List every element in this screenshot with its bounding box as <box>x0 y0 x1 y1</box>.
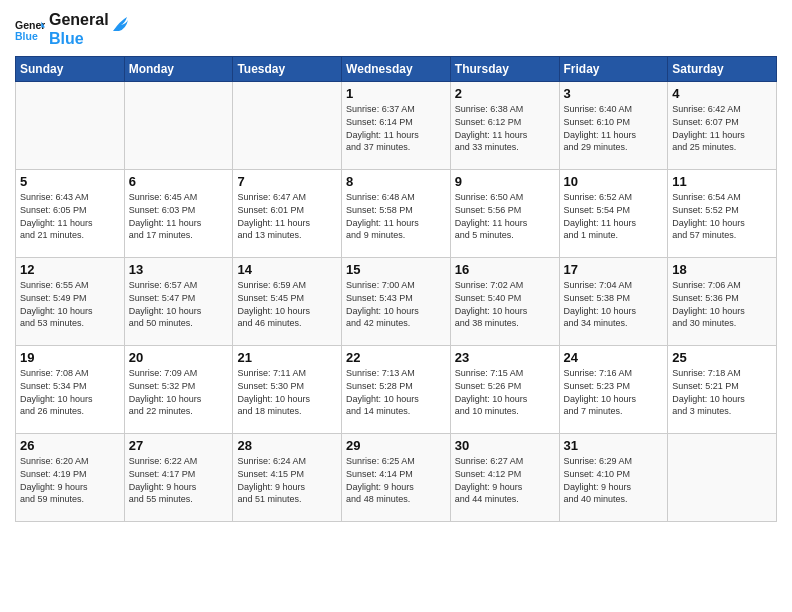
calendar-cell <box>16 82 125 170</box>
day-number: 9 <box>455 174 555 189</box>
day-number: 22 <box>346 350 446 365</box>
week-row-2: 5Sunrise: 6:43 AM Sunset: 6:05 PM Daylig… <box>16 170 777 258</box>
day-info: Sunrise: 6:43 AM Sunset: 6:05 PM Dayligh… <box>20 191 120 241</box>
logo-blue: Blue <box>49 29 109 48</box>
calendar-cell: 14Sunrise: 6:59 AM Sunset: 5:45 PM Dayli… <box>233 258 342 346</box>
week-row-3: 12Sunrise: 6:55 AM Sunset: 5:49 PM Dayli… <box>16 258 777 346</box>
day-info: Sunrise: 6:47 AM Sunset: 6:01 PM Dayligh… <box>237 191 337 241</box>
calendar-cell: 24Sunrise: 7:16 AM Sunset: 5:23 PM Dayli… <box>559 346 668 434</box>
svg-text:Blue: Blue <box>15 30 38 42</box>
day-number: 11 <box>672 174 772 189</box>
day-info: Sunrise: 6:54 AM Sunset: 5:52 PM Dayligh… <box>672 191 772 241</box>
day-number: 30 <box>455 438 555 453</box>
day-number: 23 <box>455 350 555 365</box>
day-info: Sunrise: 6:24 AM Sunset: 4:15 PM Dayligh… <box>237 455 337 505</box>
day-info: Sunrise: 6:22 AM Sunset: 4:17 PM Dayligh… <box>129 455 229 505</box>
calendar-cell: 20Sunrise: 7:09 AM Sunset: 5:32 PM Dayli… <box>124 346 233 434</box>
day-info: Sunrise: 6:38 AM Sunset: 6:12 PM Dayligh… <box>455 103 555 153</box>
header: General Blue General Blue <box>15 10 777 48</box>
day-number: 3 <box>564 86 664 101</box>
calendar-cell: 3Sunrise: 6:40 AM Sunset: 6:10 PM Daylig… <box>559 82 668 170</box>
day-number: 4 <box>672 86 772 101</box>
calendar-cell: 22Sunrise: 7:13 AM Sunset: 5:28 PM Dayli… <box>342 346 451 434</box>
day-number: 25 <box>672 350 772 365</box>
day-info: Sunrise: 7:02 AM Sunset: 5:40 PM Dayligh… <box>455 279 555 329</box>
weekday-header-thursday: Thursday <box>450 57 559 82</box>
logo-general: General <box>49 10 109 29</box>
calendar-cell: 6Sunrise: 6:45 AM Sunset: 6:03 PM Daylig… <box>124 170 233 258</box>
calendar-cell: 23Sunrise: 7:15 AM Sunset: 5:26 PM Dayli… <box>450 346 559 434</box>
day-info: Sunrise: 7:00 AM Sunset: 5:43 PM Dayligh… <box>346 279 446 329</box>
day-info: Sunrise: 7:16 AM Sunset: 5:23 PM Dayligh… <box>564 367 664 417</box>
day-number: 28 <box>237 438 337 453</box>
day-number: 27 <box>129 438 229 453</box>
calendar-cell: 30Sunrise: 6:27 AM Sunset: 4:12 PM Dayli… <box>450 434 559 522</box>
calendar-cell: 21Sunrise: 7:11 AM Sunset: 5:30 PM Dayli… <box>233 346 342 434</box>
weekday-header-friday: Friday <box>559 57 668 82</box>
day-info: Sunrise: 6:40 AM Sunset: 6:10 PM Dayligh… <box>564 103 664 153</box>
day-number: 19 <box>20 350 120 365</box>
calendar-cell: 17Sunrise: 7:04 AM Sunset: 5:38 PM Dayli… <box>559 258 668 346</box>
day-number: 8 <box>346 174 446 189</box>
day-number: 20 <box>129 350 229 365</box>
day-number: 21 <box>237 350 337 365</box>
day-number: 17 <box>564 262 664 277</box>
day-number: 2 <box>455 86 555 101</box>
day-number: 13 <box>129 262 229 277</box>
day-number: 31 <box>564 438 664 453</box>
calendar-cell <box>124 82 233 170</box>
day-info: Sunrise: 7:18 AM Sunset: 5:21 PM Dayligh… <box>672 367 772 417</box>
day-info: Sunrise: 6:27 AM Sunset: 4:12 PM Dayligh… <box>455 455 555 505</box>
page: General Blue General Blue SundayMondayTu… <box>0 0 792 612</box>
day-number: 6 <box>129 174 229 189</box>
day-info: Sunrise: 6:29 AM Sunset: 4:10 PM Dayligh… <box>564 455 664 505</box>
weekday-header-monday: Monday <box>124 57 233 82</box>
day-info: Sunrise: 6:20 AM Sunset: 4:19 PM Dayligh… <box>20 455 120 505</box>
day-info: Sunrise: 6:52 AM Sunset: 5:54 PM Dayligh… <box>564 191 664 241</box>
calendar-cell: 26Sunrise: 6:20 AM Sunset: 4:19 PM Dayli… <box>16 434 125 522</box>
calendar-cell: 4Sunrise: 6:42 AM Sunset: 6:07 PM Daylig… <box>668 82 777 170</box>
calendar-cell: 16Sunrise: 7:02 AM Sunset: 5:40 PM Dayli… <box>450 258 559 346</box>
calendar: SundayMondayTuesdayWednesdayThursdayFrid… <box>15 56 777 522</box>
day-info: Sunrise: 6:42 AM Sunset: 6:07 PM Dayligh… <box>672 103 772 153</box>
day-info: Sunrise: 6:59 AM Sunset: 5:45 PM Dayligh… <box>237 279 337 329</box>
day-number: 7 <box>237 174 337 189</box>
day-info: Sunrise: 7:15 AM Sunset: 5:26 PM Dayligh… <box>455 367 555 417</box>
calendar-cell: 29Sunrise: 6:25 AM Sunset: 4:14 PM Dayli… <box>342 434 451 522</box>
weekday-header-wednesday: Wednesday <box>342 57 451 82</box>
day-info: Sunrise: 7:04 AM Sunset: 5:38 PM Dayligh… <box>564 279 664 329</box>
calendar-cell: 15Sunrise: 7:00 AM Sunset: 5:43 PM Dayli… <box>342 258 451 346</box>
day-info: Sunrise: 7:08 AM Sunset: 5:34 PM Dayligh… <box>20 367 120 417</box>
day-number: 14 <box>237 262 337 277</box>
day-number: 26 <box>20 438 120 453</box>
calendar-cell: 27Sunrise: 6:22 AM Sunset: 4:17 PM Dayli… <box>124 434 233 522</box>
day-number: 12 <box>20 262 120 277</box>
day-info: Sunrise: 6:55 AM Sunset: 5:49 PM Dayligh… <box>20 279 120 329</box>
calendar-cell <box>233 82 342 170</box>
day-info: Sunrise: 6:57 AM Sunset: 5:47 PM Dayligh… <box>129 279 229 329</box>
weekday-header-sunday: Sunday <box>16 57 125 82</box>
day-number: 18 <box>672 262 772 277</box>
calendar-cell: 28Sunrise: 6:24 AM Sunset: 4:15 PM Dayli… <box>233 434 342 522</box>
day-number: 5 <box>20 174 120 189</box>
logo: General Blue General Blue <box>15 10 129 48</box>
day-number: 29 <box>346 438 446 453</box>
week-row-5: 26Sunrise: 6:20 AM Sunset: 4:19 PM Dayli… <box>16 434 777 522</box>
day-info: Sunrise: 7:09 AM Sunset: 5:32 PM Dayligh… <box>129 367 229 417</box>
day-number: 10 <box>564 174 664 189</box>
day-number: 24 <box>564 350 664 365</box>
calendar-cell: 9Sunrise: 6:50 AM Sunset: 5:56 PM Daylig… <box>450 170 559 258</box>
weekday-header-tuesday: Tuesday <box>233 57 342 82</box>
day-info: Sunrise: 6:37 AM Sunset: 6:14 PM Dayligh… <box>346 103 446 153</box>
day-number: 15 <box>346 262 446 277</box>
weekday-header-row: SundayMondayTuesdayWednesdayThursdayFrid… <box>16 57 777 82</box>
calendar-cell: 1Sunrise: 6:37 AM Sunset: 6:14 PM Daylig… <box>342 82 451 170</box>
calendar-cell: 18Sunrise: 7:06 AM Sunset: 5:36 PM Dayli… <box>668 258 777 346</box>
day-info: Sunrise: 7:13 AM Sunset: 5:28 PM Dayligh… <box>346 367 446 417</box>
weekday-header-saturday: Saturday <box>668 57 777 82</box>
day-info: Sunrise: 7:11 AM Sunset: 5:30 PM Dayligh… <box>237 367 337 417</box>
calendar-cell: 25Sunrise: 7:18 AM Sunset: 5:21 PM Dayli… <box>668 346 777 434</box>
calendar-cell: 11Sunrise: 6:54 AM Sunset: 5:52 PM Dayli… <box>668 170 777 258</box>
day-info: Sunrise: 6:45 AM Sunset: 6:03 PM Dayligh… <box>129 191 229 241</box>
calendar-cell: 2Sunrise: 6:38 AM Sunset: 6:12 PM Daylig… <box>450 82 559 170</box>
